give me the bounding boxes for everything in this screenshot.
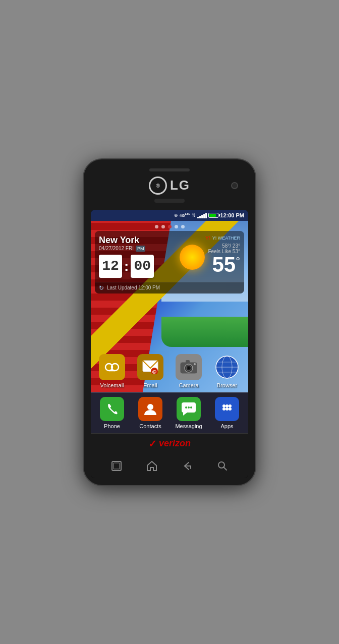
weather-city: New York (99, 235, 175, 246)
home-button[interactable] (142, 459, 162, 473)
email-icon: @ (137, 354, 163, 380)
weather-left-panel: New York 04/27/2012 FRI PM 12 : 00 (99, 235, 175, 278)
top-speaker (149, 168, 190, 171)
lg-circle-icon: ® (149, 177, 167, 195)
temp-value: 55 (212, 254, 236, 275)
carrier-name: verizon (159, 438, 191, 449)
contacts-label: Contacts (139, 423, 161, 429)
earpiece (154, 199, 185, 203)
svg-point-12 (194, 363, 196, 365)
front-camera (231, 182, 238, 189)
network-icon: 4GLTE (180, 212, 191, 218)
last-updated-text: Last Updated 12:00 PM (107, 285, 160, 290)
phone-label: Phone (104, 423, 120, 429)
dock-contacts[interactable]: Contacts (132, 397, 168, 429)
svg-point-10 (188, 367, 190, 369)
app-camera[interactable]: Camera (172, 354, 206, 388)
phone-device: ® LG ⊕ 4GLTE ⇅ (84, 159, 255, 485)
weather-widget[interactable]: New York 04/27/2012 FRI PM 12 : 00 (95, 231, 244, 294)
signal-bars-icon (197, 212, 207, 218)
back-button[interactable] (177, 459, 197, 473)
dot-5[interactable] (181, 225, 185, 228)
svg-point-28 (229, 404, 232, 407)
status-time: 12:00 PM (220, 212, 244, 218)
phone-top-bezel: ® LG (91, 168, 248, 206)
verizon-bar: ✓ verizon (91, 433, 248, 454)
dock-apps[interactable]: Apps (209, 397, 245, 429)
page-dots (91, 225, 248, 228)
clock-hours: 12 (99, 255, 122, 278)
weather-provider: Y! Y! WEATHER (205, 235, 240, 241)
contacts-icon (138, 397, 162, 421)
messaging-label: Messaging (175, 423, 202, 429)
svg-rect-11 (186, 360, 190, 363)
svg-point-20 (147, 404, 153, 410)
dot-1[interactable] (155, 225, 158, 228)
clock-minutes: 00 (131, 255, 154, 278)
weather-top: New York 04/27/2012 FRI PM 12 : 00 (95, 231, 244, 282)
svg-point-24 (188, 406, 190, 408)
refresh-icon: ↻ (99, 284, 104, 291)
svg-point-27 (225, 404, 229, 407)
camera-label: Camera (179, 382, 198, 388)
temp-range: 58°/ 23° (208, 243, 240, 249)
app-email[interactable]: @ Email (133, 354, 167, 388)
svg-text:@: @ (152, 369, 157, 374)
gps-icon: ⊕ (174, 213, 178, 218)
svg-point-31 (229, 407, 232, 411)
svg-point-23 (185, 406, 187, 408)
apps-label: Apps (220, 423, 233, 429)
svg-rect-33 (114, 463, 120, 469)
browser-label: Browser (217, 382, 237, 388)
dock-phone[interactable]: Phone (94, 397, 130, 429)
brand-name: LG (170, 178, 190, 193)
app-browser[interactable]: Browser (210, 354, 244, 388)
wallpaper: New York 04/27/2012 FRI PM 12 : 00 (91, 221, 248, 392)
temperature-block: 58°/ 23° Feels Like 53° 55 ° (208, 243, 240, 275)
svg-point-30 (225, 407, 229, 411)
svg-marker-34 (147, 461, 156, 471)
camera-icon (176, 354, 202, 380)
phone-screen: ⊕ 4GLTE ⇅ 12:00 PM (91, 210, 248, 478)
temp-unit: ° (236, 256, 240, 267)
email-label: Email (143, 382, 157, 388)
dot-2[interactable] (161, 225, 165, 228)
app-icons-row: Voicemail @ Email (91, 350, 248, 392)
voicemail-label: Voicemail (100, 382, 124, 388)
status-icons: ⊕ 4GLTE ⇅ 12:00 PM (174, 212, 244, 218)
dock: Phone Contacts (91, 392, 248, 433)
data-transfer-icon: ⇅ (192, 213, 196, 218)
lg-logo: ® LG (149, 177, 190, 195)
grass-background (161, 317, 248, 347)
phone-icon (100, 397, 124, 421)
dot-3-active[interactable] (168, 225, 172, 228)
dock-messaging[interactable]: Messaging (171, 397, 207, 429)
battery-icon (208, 213, 218, 218)
svg-line-36 (223, 467, 227, 470)
svg-point-26 (222, 404, 225, 407)
weather-right-panel: Y! Y! WEATHER 58°/ 23° (175, 235, 240, 278)
svg-point-29 (222, 407, 225, 411)
bottom-nav (91, 454, 248, 478)
sun-icon (178, 243, 206, 271)
apps-icon (215, 397, 239, 421)
messaging-icon (177, 397, 201, 421)
voicemail-icon (99, 354, 125, 380)
dot-4[interactable] (175, 225, 178, 228)
last-updated-bar: ↻ Last Updated 12:00 PM (95, 282, 244, 294)
app-voicemail[interactable]: Voicemail (95, 354, 129, 388)
clock-display: 12 : 00 (99, 255, 175, 278)
status-bar: ⊕ 4GLTE ⇅ 12:00 PM (91, 210, 248, 221)
main-temp: 55 ° (212, 254, 240, 275)
verizon-checkmark: ✓ (148, 438, 157, 450)
weather-date: 04/27/2012 FRI PM (99, 246, 175, 252)
recent-apps-button[interactable] (106, 459, 127, 473)
ampm-badge: PM (136, 246, 146, 252)
browser-icon (214, 354, 240, 380)
phone-logo-row: ® LG (91, 177, 248, 195)
verizon-logo: ✓ verizon (148, 438, 191, 450)
search-button[interactable] (212, 459, 233, 473)
clock-colon: : (124, 258, 129, 274)
svg-point-25 (190, 406, 192, 408)
svg-marker-22 (183, 413, 187, 416)
